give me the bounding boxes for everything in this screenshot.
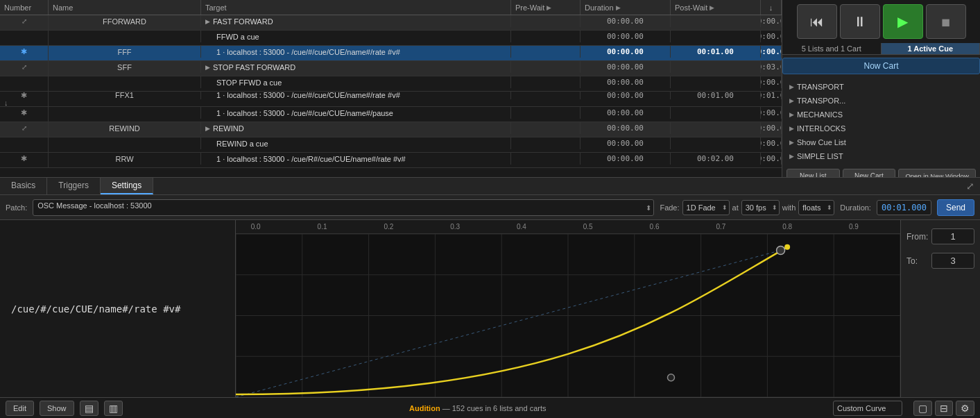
list-item[interactable]: ▶ TRANSPORT bbox=[786, 81, 976, 92]
table-row[interactable]: ✱ 1 · localhost : 53000 - /cue/#/cue/CUE… bbox=[0, 107, 782, 122]
edit-button[interactable]: Edit bbox=[6, 401, 34, 416]
tab-active-cue[interactable]: 1 Active Cue bbox=[882, 43, 981, 54]
to-row: To: 3 bbox=[906, 253, 974, 269]
cell-target bbox=[511, 153, 581, 165]
cell-name: 1 · localhost : 53000 - /cue/#/cue/CUE/n… bbox=[201, 92, 511, 99]
cell-icon bbox=[0, 137, 49, 149]
cell-number: RRW bbox=[49, 153, 201, 165]
to-value[interactable]: 3 bbox=[931, 253, 974, 269]
cell-misc bbox=[0, 165, 49, 167]
curve-type-section: Custom Curve bbox=[833, 401, 902, 416]
table-row[interactable]: ✱ FFF 1 · localhost : 53000 - /cue/#/cue… bbox=[0, 46, 782, 61]
cell-pre-wait: 00:00.00 bbox=[581, 107, 671, 119]
from-value[interactable]: 1 bbox=[931, 228, 974, 244]
layout-single-button[interactable]: ▤ bbox=[80, 401, 98, 416]
status-bar: Audition — 152 cues in 6 lists and carts bbox=[128, 404, 828, 412]
fade-section: Fade: 1D Fade at 30 fps with floats bbox=[660, 200, 834, 215]
cell-duration: 00:02.00 bbox=[671, 153, 761, 165]
cell-post-wait: 00:01.00 bbox=[761, 92, 782, 99]
patch-editor: Patch: OSC Message - localhost : 53000 F… bbox=[0, 195, 980, 220]
table-row[interactable]: ⤢ SFF ▶ STOP FAST FORWARD 00:00.00 00:03… bbox=[0, 61, 782, 76]
cell-name: 1 · localhost : 53000 - /cue/R#/cue/CUE/… bbox=[201, 153, 511, 165]
cell-name: 1 · localhost : 53000 - /cue/#/cue/CUE/n… bbox=[201, 107, 511, 119]
at-label: at bbox=[732, 203, 739, 212]
patch-select[interactable]: OSC Message - localhost : 53000 bbox=[33, 199, 654, 216]
col-target: Target bbox=[201, 0, 511, 15]
table-row[interactable]: ⤢ REWIND ▶ REWIND 00:00.00 00:00.00 bbox=[0, 122, 782, 137]
table-row[interactable]: STOP FFWD a cue 00:00.00 00:00.00 bbox=[0, 76, 782, 92]
cell-number: FFX1 bbox=[49, 92, 201, 99]
cell-name: ▶ STOP FAST FORWARD bbox=[201, 61, 511, 73]
open-new-window-button[interactable]: Open in New Window bbox=[898, 169, 976, 177]
floats-select[interactable]: floats bbox=[798, 200, 834, 215]
table-row[interactable]: ✱ RRW 1 · localhost : 53000 - /cue/R#/cu… bbox=[0, 153, 782, 168]
cell-duration: 00:01.00 bbox=[671, 92, 761, 99]
list-item[interactable]: ▶ INTERLOCKS bbox=[786, 123, 976, 134]
tab-settings[interactable]: Settings bbox=[101, 178, 153, 194]
with-label: with bbox=[782, 203, 796, 212]
list-item-show-cue-list[interactable]: ▶ Show Cue List bbox=[786, 137, 976, 148]
cell-pre-wait: 00:00.00 bbox=[581, 137, 671, 149]
cell-misc bbox=[0, 27, 49, 30]
cue-table-body[interactable]: ⤢ FFORWARD ▶ FAST FORWARD 00:00.00 00:00… bbox=[0, 15, 782, 177]
duration-value[interactable]: 00:01.000 bbox=[877, 200, 931, 215]
new-list-button[interactable]: New List bbox=[786, 169, 840, 177]
curve-canvas[interactable] bbox=[236, 234, 900, 397]
layout-split-button[interactable]: ▥ bbox=[104, 401, 123, 416]
show-button[interactable]: Show bbox=[40, 401, 74, 416]
table-row[interactable]: ⤢ FFORWARD ▶ FAST FORWARD 00:00.00 00:00… bbox=[0, 15, 782, 31]
fps-select[interactable]: 30 fps bbox=[741, 200, 780, 215]
col-number: Number bbox=[0, 0, 49, 15]
send-button[interactable]: Send bbox=[937, 199, 974, 216]
cue-icon: ✱ bbox=[21, 108, 27, 117]
cell-post-wait: 00:00.00 bbox=[761, 137, 782, 149]
col-duration: Duration ▶ bbox=[581, 0, 671, 15]
list-item[interactable]: ▶ SIMPLE LIST bbox=[786, 151, 976, 162]
cell-target bbox=[511, 61, 581, 73]
pause-button[interactable]: ⏸ bbox=[840, 4, 880, 39]
ruler-tick-5: 0.5 bbox=[583, 223, 593, 231]
curve-editor-main: 0.0 0.1 0.2 0.3 0.4 0.5 0.6 0.7 0.8 0.9 bbox=[236, 220, 900, 397]
list-item[interactable]: ▶ TRANSPOR... bbox=[786, 95, 976, 106]
table-row[interactable]: FFWD a cue 00:00.00 00:00.00 bbox=[0, 31, 782, 46]
fade-type-wrapper: 1D Fade bbox=[682, 200, 730, 215]
top-section: Number Name Target Pre-Wait ▶ Duration ▶… bbox=[0, 0, 980, 177]
view-split-bottom-button[interactable]: ⊟ bbox=[935, 401, 953, 416]
patch-label: Patch: bbox=[6, 203, 27, 212]
stop-button[interactable]: ◼ bbox=[926, 4, 966, 39]
triangle-icon: ▶ bbox=[789, 153, 794, 160]
cell-name: FFWD a cue bbox=[201, 31, 511, 42]
cell-misc bbox=[0, 119, 49, 122]
cell-number bbox=[49, 31, 201, 42]
list-item[interactable]: ▶ MECHANICS bbox=[786, 109, 976, 120]
tab-lists-and-cart[interactable]: 5 Lists and 1 Cart bbox=[782, 43, 882, 54]
cell-post-wait: 00:00.00 bbox=[761, 122, 782, 134]
cue-table-header: Number Name Target Pre-Wait ▶ Duration ▶… bbox=[0, 0, 782, 15]
right-panel: ⏮ ⏸ ▶ ◼ 5 Lists and 1 Cart 1 Active Cue … bbox=[782, 0, 980, 177]
view-full-button[interactable]: ▢ bbox=[913, 401, 932, 416]
play-button[interactable]: ▶ bbox=[883, 4, 923, 39]
expand-icon: ⤢ bbox=[22, 17, 27, 25]
expand-icon: ⤢ bbox=[22, 63, 27, 71]
table-row[interactable]: REWIND a cue 00:00.00 00:00.00 bbox=[0, 137, 782, 153]
tab-basics[interactable]: Basics bbox=[0, 178, 47, 194]
cell-name: REWIND a cue bbox=[201, 137, 511, 149]
settings-gear-button[interactable]: ⚙ bbox=[956, 401, 974, 416]
fade-type-select[interactable]: 1D Fade bbox=[682, 200, 730, 215]
ruler-tick-0: 0.0 bbox=[251, 223, 261, 231]
expand-panel-icon[interactable]: ⤢ bbox=[961, 178, 980, 194]
curve-type-select[interactable]: Custom Curve bbox=[833, 401, 902, 416]
tab-triggers[interactable]: Triggers bbox=[47, 178, 101, 194]
table-row[interactable]: ✱ FFX1 1 · localhost : 53000 - /cue/#/cu… bbox=[0, 92, 782, 107]
audition-label: Audition bbox=[409, 404, 440, 412]
new-cart-button[interactable]: New Cart bbox=[843, 169, 896, 177]
floats-wrapper: floats bbox=[798, 200, 834, 215]
cue-table: Number Name Target Pre-Wait ▶ Duration ▶… bbox=[0, 0, 782, 177]
ruler-tick-7: 0.7 bbox=[716, 223, 725, 231]
triangle-icon: ▶ bbox=[789, 139, 794, 146]
cell-duration bbox=[671, 76, 761, 88]
cell-target bbox=[511, 76, 581, 88]
curve-grid[interactable] bbox=[236, 234, 900, 397]
rewind-button[interactable]: ⏮ bbox=[797, 4, 837, 39]
cell-icon: ⤢ bbox=[0, 122, 49, 134]
